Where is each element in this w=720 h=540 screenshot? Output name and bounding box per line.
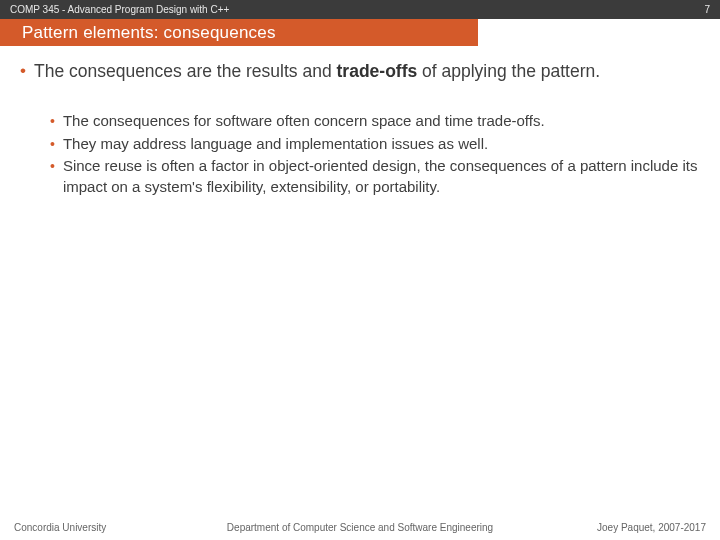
slide-title: Pattern elements: consequences xyxy=(22,23,276,43)
course-label: COMP 345 - Advanced Program Design with … xyxy=(10,4,229,15)
bullet-icon: • xyxy=(50,111,55,132)
slide-title-bar: Pattern elements: consequences xyxy=(0,19,478,46)
sub-bullet-list: • The consequences for software often co… xyxy=(20,111,700,198)
bullet-icon: • xyxy=(50,134,55,155)
sub-bullet: • Since reuse is often a factor in objec… xyxy=(50,156,700,197)
main-bullet: • The consequences are the results and t… xyxy=(20,60,700,83)
sub-bullet-text: The consequences for software often conc… xyxy=(63,111,545,132)
footer-right: Joey Paquet, 2007-2017 xyxy=(597,522,706,533)
slide-content: • The consequences are the results and t… xyxy=(0,46,720,198)
bullet-icon: • xyxy=(50,156,55,197)
main-strong: trade-offs xyxy=(337,61,418,81)
top-bar: COMP 345 - Advanced Program Design with … xyxy=(0,0,720,19)
bullet-icon: • xyxy=(20,60,26,83)
page-number: 7 xyxy=(704,4,710,15)
sub-bullet: • They may address language and implemen… xyxy=(50,134,700,155)
sub-bullet-text: They may address language and implementa… xyxy=(63,134,488,155)
sub-bullet-text: Since reuse is often a factor in object-… xyxy=(63,156,700,197)
main-post: of applying the pattern. xyxy=(417,61,600,81)
main-pre: The consequences are the results and xyxy=(34,61,337,81)
sub-bullet: • The consequences for software often co… xyxy=(50,111,700,132)
footer: Concordia University Department of Compu… xyxy=(0,520,720,540)
footer-left: Concordia University xyxy=(14,522,106,533)
main-bullet-text: The consequences are the results and tra… xyxy=(34,60,600,83)
